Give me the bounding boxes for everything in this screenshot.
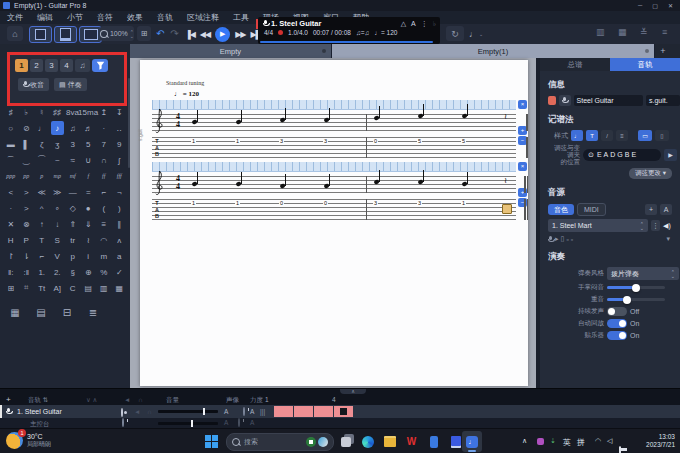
solo-icon[interactable]: ∩: [147, 408, 152, 415]
palette-icon-10-5[interactable]: ⊕: [82, 265, 96, 279]
multivoice-button[interactable]: ♫: [75, 59, 90, 72]
bar-ruler[interactable]: [152, 100, 516, 110]
palette-icon-6-7[interactable]: ): [113, 201, 127, 215]
tab-fret-number[interactable]: 3: [417, 201, 422, 206]
visibility-icon[interactable]: [121, 408, 123, 417]
menu-item-0[interactable]: 文件: [0, 12, 30, 23]
solo-all-icon[interactable]: ∩: [138, 396, 143, 403]
palette-icon-1-2[interactable]: ♩: [35, 121, 49, 135]
forward-button[interactable]: ▶▶: [235, 30, 245, 39]
doc-tab-1[interactable]: Empty(1): [332, 44, 655, 58]
palette-icon-2-0[interactable]: ▬: [4, 137, 18, 151]
track-volume-auto[interactable]: A: [224, 408, 228, 415]
automation-button[interactable]: A: [660, 204, 672, 215]
loop-button[interactable]: ↻: [446, 26, 464, 41]
perf-slider[interactable]: [607, 298, 665, 301]
signal-chain[interactable]: ▸ ▯ ▫ ▫: [548, 235, 573, 243]
palette-icon-7-2[interactable]: ↑: [35, 217, 49, 231]
collapse-icons[interactable]: ∨ ∧: [86, 396, 97, 404]
menu-item-4[interactable]: 效果: [120, 12, 150, 23]
soundbank-more-icon[interactable]: ⋮: [651, 220, 660, 231]
palette-icon-2-1[interactable]: ▌: [20, 137, 34, 151]
palette-icon-4-4[interactable]: mf: [66, 169, 80, 183]
palette-icon-3-2[interactable]: ⁀: [35, 153, 49, 167]
tab-fret-number[interactable]: 1: [461, 201, 466, 206]
tab-fret-number[interactable]: 0: [279, 201, 284, 206]
palette-icon-4-7[interactable]: fff: [113, 169, 127, 183]
palette-icon-9-1[interactable]: ⇂: [20, 249, 34, 263]
palette-icon-9-5[interactable]: i: [82, 249, 96, 263]
tab-fret-number[interactable]: 0: [373, 139, 378, 144]
palette-icon-10-2[interactable]: 1.: [35, 265, 49, 279]
perf-toggle[interactable]: [607, 319, 627, 328]
palette-icon-2-2[interactable]: ζ: [35, 137, 49, 151]
timeline-bar-cell-1[interactable]: [274, 406, 293, 417]
palette-icon-7-7[interactable]: ∥: [113, 217, 127, 231]
zoom-control[interactable]: 100% ⌃⌄: [100, 26, 134, 41]
redo-button[interactable]: ↷: [168, 26, 181, 41]
palette-icon-6-6[interactable]: (: [97, 201, 111, 215]
palette-icon-11-4[interactable]: C: [66, 281, 80, 295]
palette-icon-1-7[interactable]: ‥: [113, 121, 127, 135]
tab-fret-number[interactable]: 3: [373, 201, 378, 206]
tab-fret-number[interactable]: 0: [323, 201, 328, 206]
palette-icon-11-3[interactable]: A]: [51, 281, 65, 295]
dynamics-icon[interactable]: |||: [260, 408, 265, 415]
tab-fret-number[interactable]: 1: [191, 139, 196, 144]
palette-icon-3-6[interactable]: ∩: [97, 153, 111, 167]
palette-icon-5-5[interactable]: =: [82, 185, 96, 199]
palette-diagram-icon-1[interactable]: ▤: [32, 305, 50, 320]
palette-icon-7-0[interactable]: ✕: [4, 217, 18, 231]
score-system-2[interactable]: ×+−44TAB1100331≀: [152, 162, 528, 224]
tab-fret-number[interactable]: 1: [235, 139, 240, 144]
palette-icon-9-7[interactable]: a: [113, 249, 127, 263]
palette-icon-0-3[interactable]: ♯♯: [50, 105, 63, 119]
rse-toggle[interactable]: 音色: [548, 204, 574, 215]
master-volume-auto[interactable]: A: [224, 419, 228, 426]
speaker-icon[interactable]: ◀): [663, 222, 671, 230]
start-button[interactable]: [205, 435, 218, 448]
bar-ruler[interactable]: [152, 162, 516, 172]
palette-icon-11-7[interactable]: ▦: [113, 281, 127, 295]
menu-item-5[interactable]: 音轨: [150, 12, 180, 23]
track-color-swatch[interactable]: [548, 96, 556, 105]
tray-app-icon-1[interactable]: [537, 438, 544, 445]
metronome-icon[interactable]: △: [401, 20, 406, 28]
palette-icon-0-6[interactable]: ↥: [97, 105, 110, 119]
tab-fret-number[interactable]: 5: [417, 139, 422, 144]
palette-icon-1-4[interactable]: ♫: [66, 121, 80, 135]
view-page-button[interactable]: [29, 26, 52, 43]
maximize-button[interactable]: ▢: [652, 2, 658, 9]
tuning-dropdown[interactable]: ⊙ EADGBE: [583, 149, 661, 161]
wifi-icon[interactable]: ◠: [595, 437, 601, 445]
palette-icon-0-7[interactable]: ↧: [113, 105, 126, 119]
palette-icon-4-3[interactable]: mp: [51, 169, 65, 183]
palette-icon-7-4[interactable]: ⇑: [66, 217, 80, 231]
track-pan-knob[interactable]: [243, 407, 245, 416]
orientation-h-button[interactable]: ▭: [638, 130, 652, 141]
quarter-rest[interactable]: ≀: [504, 112, 507, 121]
search-box[interactable]: 搜索: [226, 433, 334, 451]
palette-icon-9-6[interactable]: m: [97, 249, 111, 263]
master-knob-left[interactable]: [122, 418, 124, 427]
rewind-button[interactable]: ◀◀: [200, 30, 210, 39]
palette-icon-2-6[interactable]: 7: [97, 137, 111, 151]
record-icon[interactable]: [278, 30, 283, 35]
menu-item-6[interactable]: 区域注释: [180, 12, 226, 23]
perf-slider[interactable]: [607, 286, 665, 289]
menu-item-2[interactable]: 小节: [60, 12, 90, 23]
inspector-tab-1[interactable]: 音轨: [610, 58, 680, 71]
menu-item-1[interactable]: 编辑: [30, 12, 60, 23]
play-style-dropdown[interactable]: 拨片弹奏⌃⌄: [607, 267, 679, 280]
palette-icon-5-2[interactable]: ≪: [35, 185, 49, 199]
go-start-button[interactable]: ▐◀: [185, 30, 195, 39]
palette-icon-9-0[interactable]: ↾: [4, 249, 18, 263]
palette-icon-10-1[interactable]: :‖: [20, 265, 34, 279]
palette-icon-10-3[interactable]: 2.: [51, 265, 65, 279]
master-pan-auto[interactable]: A: [250, 419, 254, 426]
palette-icon-0-0[interactable]: ♯: [4, 105, 17, 119]
palette-icon-4-0[interactable]: ppp: [4, 169, 18, 183]
palette-icon-4-1[interactable]: pp: [20, 169, 34, 183]
ime-pinyin[interactable]: 拼: [577, 437, 585, 448]
score-canvas[interactable]: Standard tuning ♩ = 120 s.guit ×+−44TAB1…: [130, 58, 536, 388]
